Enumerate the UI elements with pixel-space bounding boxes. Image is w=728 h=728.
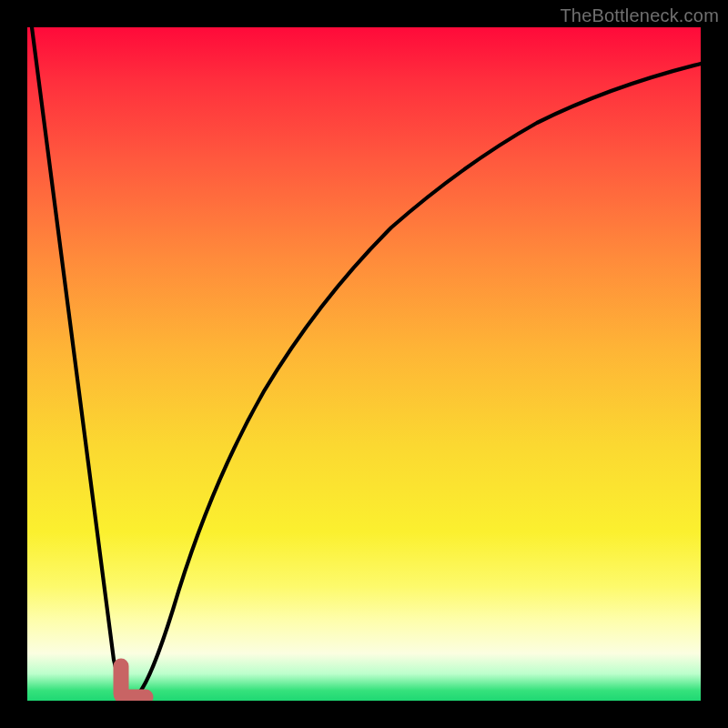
curve-path [32, 27, 701, 697]
bottleneck-curve [27, 27, 701, 701]
chart-frame: TheBottleneck.com [0, 0, 728, 728]
watermark-text: TheBottleneck.com [560, 5, 719, 26]
plot-area [27, 27, 701, 701]
